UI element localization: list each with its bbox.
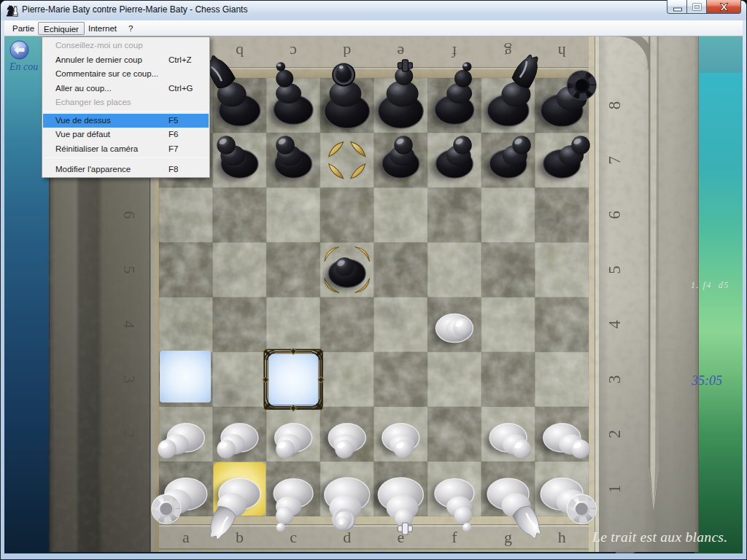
svg-text:4: 4	[605, 320, 624, 329]
svg-text:3: 3	[605, 375, 624, 384]
svg-text:8: 8	[605, 101, 624, 110]
svg-text:2: 2	[605, 430, 624, 439]
svg-text:b: b	[236, 528, 244, 546]
svg-text:1: 1	[605, 485, 624, 494]
svg-text:g: g	[504, 528, 512, 546]
svg-text:7: 7	[605, 156, 624, 165]
svg-text:h: h	[558, 528, 566, 546]
svg-text:5: 5	[605, 265, 624, 274]
svg-text:h: h	[558, 43, 566, 61]
svg-text:f: f	[452, 43, 457, 61]
svg-text:b: b	[236, 43, 244, 61]
svg-text:a: a	[182, 528, 190, 546]
svg-text:c: c	[290, 528, 297, 546]
svg-text:e: e	[397, 43, 404, 61]
svg-text:6: 6	[605, 211, 624, 219]
svg-text:f: f	[452, 528, 457, 546]
svg-text:4: 4	[120, 321, 139, 329]
svg-text:3: 3	[120, 376, 139, 384]
svg-text:g: g	[504, 43, 512, 61]
svg-text:5: 5	[120, 265, 139, 273]
svg-text:c: c	[290, 43, 297, 61]
svg-text:d: d	[343, 43, 351, 61]
svg-text:1: 1	[120, 485, 139, 493]
svg-text:6: 6	[120, 211, 139, 219]
svg-text:2: 2	[120, 430, 139, 438]
